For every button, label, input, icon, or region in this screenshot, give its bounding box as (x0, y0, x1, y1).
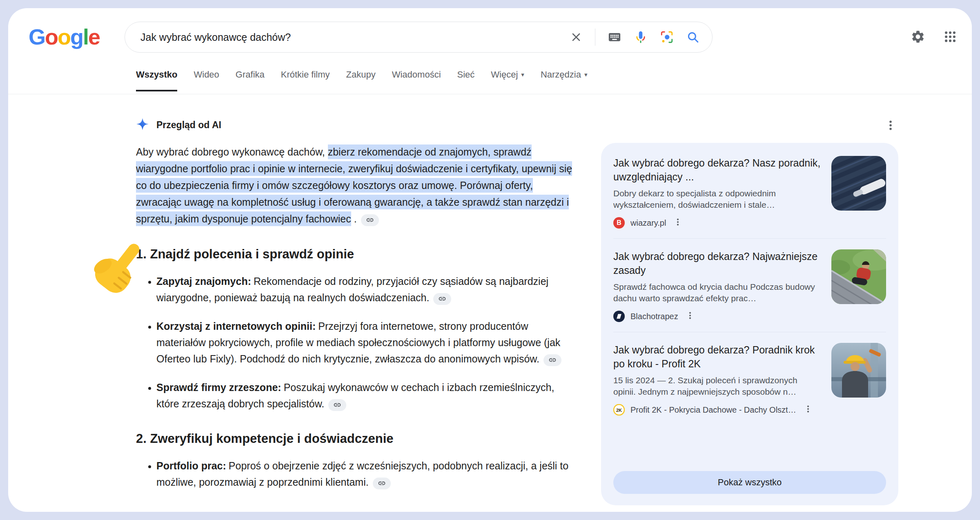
citation-link-chip[interactable] (373, 478, 391, 489)
source-description: Dobry dekarz to specjalista z odpowiedni… (613, 188, 821, 211)
tab-siec[interactable]: Sieć (457, 69, 475, 91)
ai-overview-intro: Aby wybrać dobrego wykonawcę dachów, zbi… (136, 144, 577, 227)
search-input[interactable]: Jak wybrać wykonawcę dachów? (140, 31, 570, 43)
search-icon[interactable] (686, 30, 700, 44)
intro-pre-text: Aby wybrać dobrego wykonawcę dachów, (136, 146, 328, 158)
source-thumbnail-helmet-worker-image[interactable] (831, 343, 886, 398)
logo-letter: e (88, 24, 100, 49)
search-divider (595, 29, 595, 46)
citation-link-chip[interactable] (433, 293, 451, 305)
result-type-tabs: Wszystko Wideo Grafika Krótkie filmy Zak… (136, 69, 587, 91)
tab-grafika[interactable]: Grafika (236, 69, 265, 91)
list-item: Portfolio prac:Poproś o obejrzenie zdjęć… (156, 458, 577, 490)
source-menu-kebab-icon[interactable] (673, 218, 682, 228)
tab-narzedzia[interactable]: Narzędzia▾ (541, 69, 588, 91)
tab-wiadomosci[interactable]: Wiadomości (392, 69, 441, 91)
tab-wszystko[interactable]: Wszystko (136, 69, 177, 91)
tab-wideo[interactable]: Wideo (194, 69, 219, 91)
source-favicon: B (613, 217, 625, 229)
source-favicon: 2K (613, 404, 625, 416)
tab-krotkie-filmy[interactable]: Krótkie filmy (281, 69, 330, 91)
source-menu-kebab-icon[interactable] (686, 311, 695, 322)
svg-text:2K: 2K (616, 408, 622, 413)
bullet-label: Sprawdź firmy zrzeszone: (156, 382, 281, 393)
tab-zakupy[interactable]: Zakupy (346, 69, 376, 91)
list-item: Zapytaj znajomych:Rekomendacje od rodzin… (156, 273, 577, 306)
google-logo[interactable]: Google (29, 24, 100, 49)
logo-letter: g (70, 24, 83, 49)
logo-letter: G (29, 24, 45, 49)
section-heading-2: 2. Zweryfikuj kompetencje i doświadczeni… (136, 431, 577, 446)
source-thumbnail-roof-image[interactable] (831, 156, 886, 211)
source-description: Sprawdź fachowca od krycia dachu Podczas… (613, 281, 821, 304)
source-title[interactable]: Jak wybrać dobrego dekarza? Najważniejsz… (613, 249, 821, 277)
logo-letter: l (83, 24, 88, 49)
chevron-down-icon: ▾ (584, 69, 588, 80)
lens-icon[interactable] (660, 30, 674, 44)
settings-gear-icon[interactable] (911, 29, 925, 44)
bullet-label: Zapytaj znajomych: (156, 276, 251, 287)
bullet-label: Korzystaj z internetowych opinii: (156, 320, 316, 332)
header-divider (8, 94, 972, 94)
source-title[interactable]: Jak wybrać dobrego dekarza? Poradnik kro… (613, 343, 821, 371)
source-name: Profit 2K - Pokrycia Dachowe - Dachy Ols… (630, 405, 796, 415)
clear-icon[interactable] (570, 31, 583, 44)
source-name: wiazary.pl (630, 218, 666, 228)
source-name: Blachotrapez (630, 312, 678, 321)
show-all-button[interactable]: Pokaż wszystko (613, 471, 886, 494)
ai-overview-label: Przegląd od AI (156, 120, 221, 131)
section-heading-1: 1. Znajdź polecenia i sprawdź opinie (136, 247, 577, 262)
chevron-down-icon: ▾ (521, 69, 524, 80)
ai-sparkle-icon (136, 118, 149, 132)
citation-link-chip[interactable] (328, 399, 346, 411)
citation-link-chip[interactable] (361, 214, 379, 226)
source-menu-kebab-icon[interactable] (804, 404, 813, 415)
source-favicon (613, 311, 625, 322)
intro-post-text: . (351, 213, 357, 224)
source-card[interactable]: Jak wybrać dobrego dekarza? Najważniejsz… (613, 239, 886, 332)
apps-grid-icon[interactable] (943, 30, 957, 44)
logo-letter: o (45, 24, 58, 49)
search-box[interactable]: Jak wybrać wykonawcę dachów? (125, 22, 713, 53)
overview-menu-kebab-icon[interactable] (884, 119, 897, 133)
tab-wiecej[interactable]: Więcej▾ (491, 69, 524, 91)
ai-sources-panel: Jak wybrać dobrego dekarza? Nasz poradni… (601, 143, 898, 505)
bullet-label: Portfolio prac: (156, 460, 226, 471)
section-1-bullets: Zapytaj znajomych:Rekomendacje od rodzin… (136, 273, 577, 412)
source-title[interactable]: Jak wybrać dobrego dekarza? Nasz poradni… (613, 156, 821, 184)
source-card[interactable]: Jak wybrać dobrego dekarza? Poradnik kro… (613, 332, 886, 425)
search-page-surface: Google Jak wybrać wykonawcę dachów? (8, 8, 972, 512)
citation-link-chip[interactable] (543, 354, 561, 366)
mic-icon[interactable] (634, 30, 648, 44)
logo-letter: o (58, 24, 70, 49)
section-2-bullets: Portfolio prac:Poproś o obejrzenie zdjęć… (136, 458, 577, 490)
keyboard-icon[interactable] (608, 30, 621, 44)
list-item: Korzystaj z internetowych opinii:Przejrz… (156, 318, 577, 367)
source-description: 15 lis 2024 — 2. Szukaj poleceń i sprawd… (613, 375, 821, 398)
list-item: Sprawdź firmy zrzeszone:Poszukaj wykonaw… (156, 379, 577, 412)
source-thumbnail-worker-roof-image[interactable] (831, 249, 886, 304)
source-card[interactable]: Jak wybrać dobrego dekarza? Nasz poradni… (613, 145, 886, 239)
